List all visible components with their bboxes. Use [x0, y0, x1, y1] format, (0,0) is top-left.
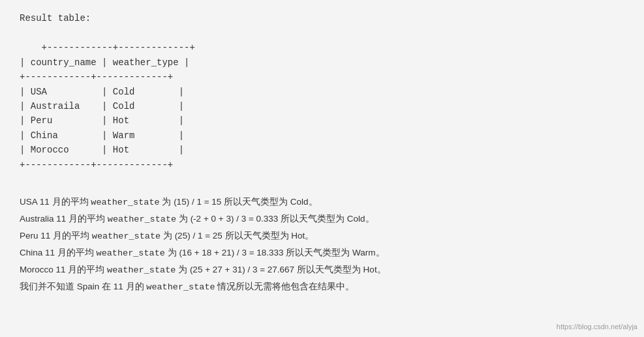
- explanation-line-2: Peru 11 月的平均 weather_state 为 (25) / 1 = …: [20, 228, 624, 245]
- explanation-line-0: USA 11 月的平均 weather_state 为 (15) / 1 = 1…: [20, 194, 624, 211]
- table-block: +------------+-------------+ | country_n…: [20, 26, 624, 186]
- table-border-top: +------------+-------------+ | country_n…: [20, 42, 195, 169]
- explanation-line-5: 我们并不知道 Spain 在 11 月的 weather_state 情况所以无…: [20, 279, 624, 296]
- explanation-line-3: China 11 月的平均 weather_state 为 (16 + 18 +…: [20, 245, 624, 262]
- watermark: https://blog.csdn.net/alyjа: [557, 323, 637, 330]
- explanation-line-4: Morocco 11 月的平均 weather_state 为 (25 + 27…: [20, 262, 624, 279]
- explanation-block: USA 11 月的平均 weather_state 为 (15) / 1 = 1…: [20, 194, 624, 296]
- content-area: Result table: +------------+------------…: [20, 13, 624, 296]
- explanation-line-1: Australia 11 月的平均 weather_state 为 (-2 + …: [20, 211, 624, 228]
- result-label: Result table:: [20, 13, 624, 23]
